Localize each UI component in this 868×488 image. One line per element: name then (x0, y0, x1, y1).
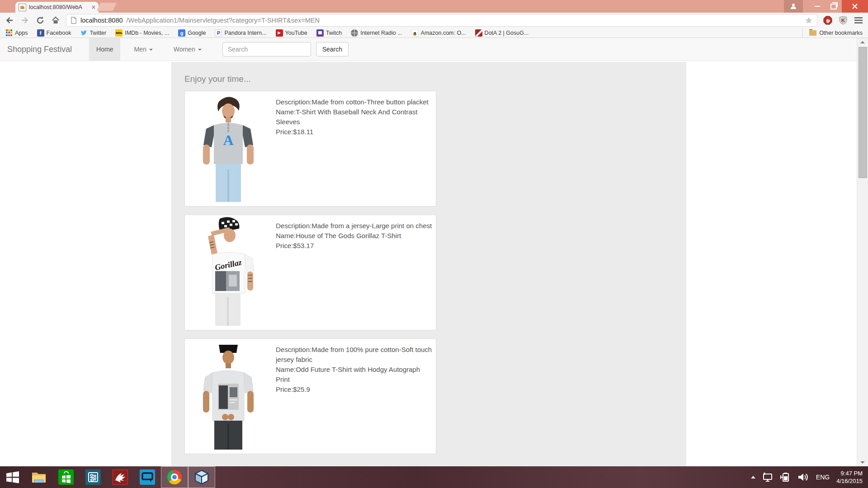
content-panel: Enjoy your time... (171, 62, 686, 466)
netbeans-taskbar-button[interactable] (188, 466, 215, 488)
maximize-icon (830, 4, 837, 9)
globe-icon (351, 29, 358, 37)
product-image-baseball-tshirt: A (185, 93, 271, 202)
apps-grid-icon (5, 29, 13, 37)
amazon-icon: a (411, 29, 419, 37)
maximize-button[interactable] (826, 0, 842, 13)
chat-app-button[interactable] (134, 466, 161, 488)
language-indicator[interactable]: ENG (816, 474, 830, 481)
bookmark-dota2[interactable]: DotA 2 | GosuG... (475, 29, 529, 37)
url-bar[interactable]: localhost:8080/WebApplication1/Mainservl… (66, 14, 817, 27)
site-navbar: Shopping Festival Home Men Women Search (0, 38, 857, 61)
windows-store-button[interactable] (52, 466, 80, 488)
refresh-button[interactable] (35, 15, 45, 25)
twitter-bird-icon (80, 29, 87, 37)
bookmark-youtube[interactable]: ▶ YouTube (276, 29, 307, 37)
scrollbar-thumb[interactable] (859, 47, 867, 178)
screen: localhost:8080/WebA × (0, 0, 868, 488)
bookmark-internet-radio[interactable]: Internet Radio ... (351, 29, 402, 37)
kaspersky-extension-icon[interactable]: K (838, 15, 848, 25)
product-price: Price:$25.9 (276, 385, 433, 394)
refresh-icon (36, 16, 45, 25)
folder-icon (809, 30, 816, 36)
file-explorer-button[interactable] (25, 466, 52, 488)
start-button[interactable] (0, 466, 25, 488)
product-description: Description:Made from 100% pure cotton-S… (276, 345, 433, 365)
battery-icon[interactable] (780, 472, 791, 482)
home-button[interactable] (51, 15, 61, 25)
pandora-icon: P (215, 29, 222, 37)
youtube-icon: ▶ (276, 29, 283, 37)
product-description: Description:Made from cotton-Three butto… (276, 97, 433, 107)
minimize-button[interactable] (809, 0, 826, 13)
back-button[interactable] (5, 15, 14, 25)
hidden-icons-arrow-icon[interactable] (751, 476, 755, 479)
bookmark-imdb[interactable]: IMDb IMDb - Movies, ... (115, 29, 169, 37)
bookmark-twitter[interactable]: Twitter (80, 29, 106, 37)
clock-date: 4/16/2015 (836, 477, 863, 485)
bookmark-apps[interactable]: Apps (5, 29, 28, 37)
page-icon (71, 17, 77, 24)
forward-button[interactable] (20, 15, 30, 25)
imdb-icon: IMDb (115, 29, 123, 37)
forward-icon (20, 16, 29, 25)
nav-item-home[interactable]: Home (89, 38, 120, 61)
tab-close-icon[interactable]: × (92, 4, 95, 10)
site-brand[interactable]: Shopping Festival (0, 45, 79, 54)
nav-item-men[interactable]: Men (127, 38, 160, 61)
google-icon: g (178, 29, 185, 37)
reader-app-icon (85, 469, 101, 485)
product-price: Price:$18.11 (276, 127, 433, 137)
close-window-button[interactable] (842, 0, 868, 13)
dragon-app-button[interactable] (107, 466, 134, 488)
chevron-down-icon (149, 49, 153, 51)
menu-icon[interactable] (854, 15, 863, 25)
product-image-gorillaz-tshirt: Gorillaz (185, 216, 271, 326)
product-card[interactable]: A Description:Made from cotton-Three but… (184, 91, 436, 206)
dragon-app-icon (113, 469, 128, 485)
browser-toolbar: localhost:8080/WebApplication1/Mainservl… (0, 13, 868, 28)
system-tray: ENG 9:47 PM 4/16/2015 (751, 466, 868, 488)
url-path: /WebApplication1/Mainservletguest?catego… (127, 17, 801, 24)
chrome-taskbar-button[interactable] (161, 466, 188, 488)
bookmark-pandora[interactable]: P Pandora Intern... (215, 29, 266, 37)
tab-favicon-icon (19, 4, 26, 11)
bookmark-twitch[interactable]: Twitch (316, 29, 342, 37)
nav-item-women[interactable]: Women (166, 38, 209, 61)
bookmark-facebook[interactable]: f Facebook (37, 29, 71, 37)
url-host: localhost:8080 (80, 17, 123, 24)
chat-app-icon (140, 469, 155, 485)
profile-button[interactable] (784, 0, 803, 13)
scroll-up-icon[interactable] (857, 38, 868, 46)
scroll-down-icon[interactable] (857, 458, 868, 466)
chrome-icon (167, 470, 182, 484)
tab-title: localhost:8080/WebA (29, 4, 89, 10)
bookmark-amazon[interactable]: a Amazon.com: O... (411, 29, 466, 37)
dota2-icon (475, 29, 482, 37)
cube-icon (194, 469, 209, 485)
network-icon[interactable] (762, 472, 773, 482)
bookmark-star-icon[interactable] (805, 16, 813, 24)
home-icon (51, 16, 60, 25)
person-icon (791, 4, 796, 9)
browser-titlebar: localhost:8080/WebA × (0, 0, 868, 13)
volume-icon[interactable] (797, 472, 809, 482)
adblock-extension-icon[interactable] (823, 15, 833, 25)
product-description: Description:Made from a jersey-Large pri… (276, 221, 433, 231)
other-bookmarks-button[interactable]: Other bookmarks (802, 28, 863, 38)
reader-app-button[interactable] (80, 466, 107, 488)
page-heading: Enjoy your time... (171, 62, 686, 84)
search-button[interactable]: Search (316, 42, 349, 56)
page-scrollbar[interactable] (857, 38, 868, 466)
clock[interactable]: 9:47 PM 4/16/2015 (836, 469, 863, 485)
close-icon (852, 3, 858, 9)
back-icon (5, 16, 14, 25)
product-card[interactable]: Description:Made from 100% pure cotton-S… (184, 338, 436, 454)
browser-tab[interactable]: localhost:8080/WebA × (15, 2, 99, 13)
bookmark-google[interactable]: g Google (178, 29, 206, 37)
new-tab-button[interactable] (97, 3, 117, 11)
product-image-oddfuture-tshirt (185, 340, 271, 450)
product-name: Name:Odd Future T-Shirt with Hodgy Autog… (276, 365, 433, 385)
search-input[interactable] (222, 42, 311, 56)
product-card[interactable]: Gorillaz Description:Made from a jersey-… (184, 215, 436, 330)
